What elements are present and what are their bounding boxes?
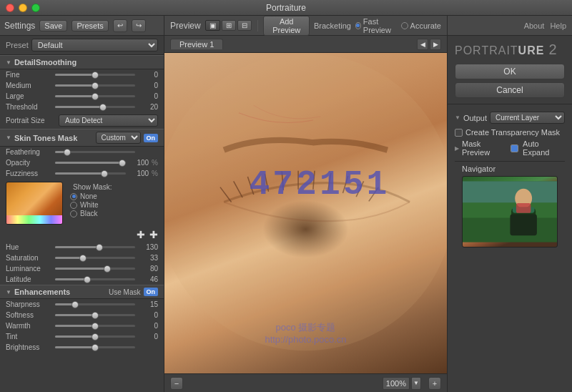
ok-button[interactable]: OK [455,64,565,79]
fuzziness-slider[interactable] [55,172,126,175]
luminance-slider[interactable] [55,268,135,270]
zoom-in-button[interactable]: + [428,377,441,390]
opacity-value: 100 [129,159,149,167]
navigator-image[interactable] [462,176,558,248]
add-preview-button[interactable]: Add Preview [263,16,310,36]
save-button[interactable]: Save [39,20,67,31]
split-view-button[interactable]: ⊞ [222,20,236,31]
enhancements-label: Enhancements [14,288,106,296]
accurate-dot-circle[interactable] [401,22,408,29]
auto-expand-check [511,145,518,152]
svg-rect-8 [510,214,536,235]
skin-tones-triangle: ▼ [6,134,11,141]
latitude-slider[interactable] [55,278,135,280]
undo-button[interactable]: ↩ [113,19,127,32]
auto-expand-checkbox[interactable] [511,144,518,152]
warmth-slider[interactable] [55,325,135,327]
brightness-slider-row: Brightness [0,342,164,353]
mask-white-radio[interactable] [70,202,77,209]
latitude-label: Latitude [6,275,52,283]
skin-tones-header: ▼ Skin Tones Mask Custom On [0,129,164,147]
close-button[interactable] [6,4,14,12]
mask-black-option[interactable]: Black [70,210,158,217]
left-scroll-area: ▼ DetailSmoothing Fine 0 Medium 0 [0,55,164,392]
mask-preview-row: ▶ Mask Preview Auto Expand [455,139,565,157]
single-view-button[interactable]: ▣ [205,20,220,31]
enhancements-header: ▼ Enhancements Use Mask On [0,285,164,299]
navigator-divider [455,161,565,162]
warmth-label: Warmth [6,322,52,330]
preset-select[interactable]: Default [31,39,158,52]
sharpness-slider[interactable] [55,303,135,305]
luminance-label: Luminance [6,265,52,273]
fuzziness-slider-row: Fuzziness 100 % [0,168,164,179]
presets-button[interactable]: Presets [72,20,108,31]
titlebar: Portraiture [0,0,572,16]
tab-prev-button[interactable]: ◀ [417,39,428,50]
fast-preview-radio[interactable]: Fast Preview [355,17,397,34]
maximize-button[interactable] [31,4,40,12]
warmth-value: 0 [138,322,158,330]
accurate-radio[interactable]: Accurate [401,21,441,30]
redo-button[interactable]: ↪ [132,19,146,32]
fast-preview-dot[interactable] [355,22,361,29]
portraiture-version: 2 [548,41,556,58]
output-layer-select[interactable]: Current Layer [490,112,565,124]
window-controls[interactable] [6,4,40,12]
mask-none-radio[interactable] [70,193,77,200]
feathering-slider[interactable] [55,151,135,153]
preview-image-area[interactable]: 472151 poco 摄影专题 http://photo.poco.cn [164,53,447,373]
opacity-label: Opacity [6,159,52,167]
left-toolbar: Settings Save Presets ↩ ↪ [0,16,164,36]
help-link[interactable]: Help [550,21,566,30]
enhancements-on-badge[interactable]: On [144,288,159,296]
softness-slider-row: Softness 0 [0,310,164,320]
portrait-size-select[interactable]: Auto Detect [59,114,158,127]
fuzziness-pct: % [152,170,158,177]
preview-tab-1[interactable]: Preview 1 [170,39,223,49]
preview-image: 472151 poco 摄影专题 http://photo.poco.cn [164,53,447,373]
right-panel: About Help PORTRAITURE 2 OK Cancel ▼ Out… [447,16,572,392]
saturation-value: 33 [138,254,158,262]
multi-view-button[interactable]: ⊟ [237,20,252,31]
center-panel: Preview ▣ ⊞ ⊟ Add Preview Bracketing Fas… [164,16,447,392]
luminance-slider-row: Luminance 80 [0,263,164,274]
opacity-slider[interactable] [55,162,126,164]
mask-black-radio[interactable] [70,210,77,217]
cancel-button[interactable]: Cancel [455,82,565,98]
mask-white-option[interactable]: White [70,201,158,209]
create-transparency-label: Create Transparency Mask [465,128,560,137]
hue-value: 130 [138,243,158,251]
tint-slider[interactable] [55,335,135,338]
brightness-slider[interactable] [55,346,135,348]
hue-slider[interactable] [55,246,135,248]
eyedropper-remove-icon[interactable]: ✚ [149,229,158,240]
zoom-dropdown[interactable]: ▼ [411,377,421,390]
softness-slider[interactable] [55,314,135,316]
mask-none-option[interactable]: None [70,192,158,200]
eyedropper-add-icon[interactable]: ✚ [137,229,145,240]
mask-radio-group: None White Black [67,192,158,217]
fine-slider[interactable] [55,74,135,76]
large-slider[interactable] [55,95,135,97]
skin-on-badge[interactable]: On [144,134,159,142]
about-link[interactable]: About [524,21,545,30]
warmth-slider-row: Warmth 0 [0,320,164,331]
skin-custom-select[interactable]: Custom [96,132,141,144]
create-transparency-checkbox[interactable] [455,129,463,137]
tab-next-button[interactable]: ▶ [430,39,441,50]
medium-label: Medium [6,82,52,89]
left-panel: Settings Save Presets ↩ ↪ Preset Default… [0,16,164,392]
sharpness-slider-row: Sharpness 15 [0,299,164,310]
mask-preview-label[interactable]: Mask Preview [462,139,508,157]
bracketing-button[interactable]: Bracketing [314,21,351,30]
saturation-slider[interactable] [55,257,135,259]
navigator-section: Navigator [455,165,565,248]
color-swatch[interactable] [6,182,63,225]
medium-slider[interactable] [55,84,135,87]
app-title: Portraiture [266,3,306,13]
minimize-button[interactable] [19,4,27,12]
threshold-slider[interactable] [55,106,135,108]
right-buttons: OK Cancel [448,61,572,101]
zoom-out-button[interactable]: − [170,377,183,390]
